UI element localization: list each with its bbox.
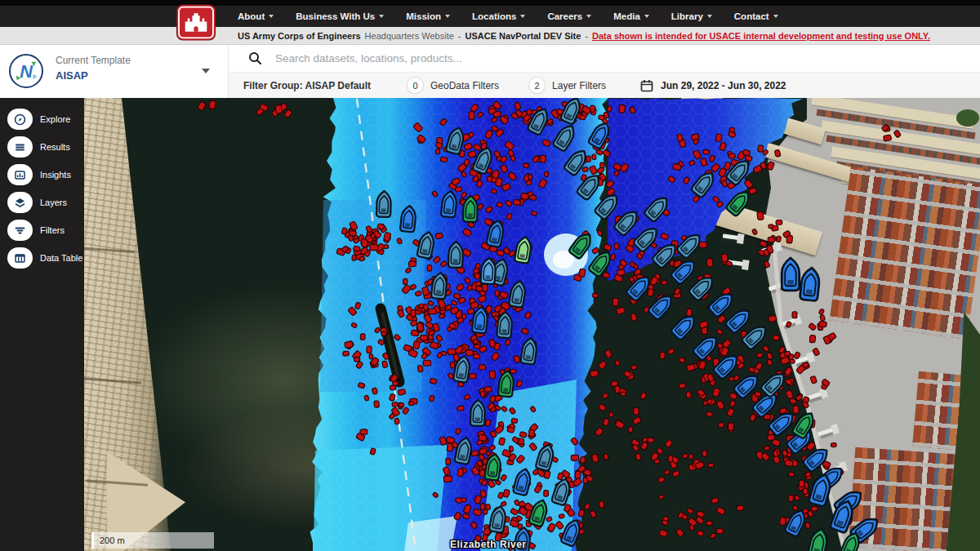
nav-item-careers[interactable]: Careers xyxy=(547,11,591,21)
chevron-down-icon xyxy=(773,15,778,18)
sidebar-label: Explore xyxy=(40,114,70,124)
sidebar-item-filters[interactable]: Filters xyxy=(0,216,84,244)
nav-item-library[interactable]: Library xyxy=(671,11,712,21)
search-icon xyxy=(248,51,262,65)
nav-item-business[interactable]: Business With Us xyxy=(296,11,384,21)
filter-group-label[interactable]: Filter Group: AISAP Default xyxy=(243,80,371,91)
compass-icon xyxy=(7,109,33,130)
vessel-icon xyxy=(670,257,699,285)
banner-warning-link[interactable]: Data shown is intended for USACE interna… xyxy=(592,31,930,41)
usace-castle-logo[interactable] xyxy=(176,4,216,41)
insights-chart-icon xyxy=(7,164,33,185)
sidebar-label: Insights xyxy=(40,170,71,180)
chevron-down-icon xyxy=(644,15,649,18)
sidebar-label: Data Table xyxy=(40,253,82,263)
vessel-icon xyxy=(808,527,830,551)
list-icon xyxy=(7,136,33,158)
nav-item-media[interactable]: Media xyxy=(613,11,649,21)
chevron-down-icon xyxy=(379,15,384,18)
layer-filter-count-badge[interactable]: 2 xyxy=(528,77,546,94)
calendar-icon xyxy=(640,79,653,92)
nav-label: Careers xyxy=(547,11,582,21)
nav-label: Locations xyxy=(472,11,516,21)
sidebar-item-layers[interactable]: Layers xyxy=(0,189,84,216)
filter-icon xyxy=(7,220,33,241)
template-value: AISAP xyxy=(56,69,88,82)
sidebar-item-explore[interactable]: Explore xyxy=(0,105,84,133)
sidebar-item-insights[interactable]: Insights xyxy=(0,161,84,189)
nav-item-about[interactable]: About xyxy=(238,11,274,21)
geodata-filter-count-badge[interactable]: 0 xyxy=(407,77,424,94)
scale-label: 200 m xyxy=(100,535,125,545)
date-range-control[interactable]: Jun 29, 2022 - Jun 30, 2022 xyxy=(640,79,786,92)
search-bar xyxy=(229,45,980,72)
map-canvas[interactable] xyxy=(84,98,980,551)
map-viewport[interactable]: 200 m Elizabeth River xyxy=(84,98,980,551)
nav-item-locations[interactable]: Locations xyxy=(472,11,525,21)
sidebar-item-results[interactable]: Results xyxy=(0,133,84,161)
left-sidebar: Explore Results Insights Layers Filters … xyxy=(0,98,84,551)
top-navbar: About Business With Us Mission Locations… xyxy=(0,0,980,27)
chevron-down-icon[interactable] xyxy=(202,69,210,73)
banner-dev-site: USACE NavPortal DEV Site xyxy=(466,31,581,41)
chevron-down-icon xyxy=(586,15,591,18)
nav-label: Mission xyxy=(406,11,441,21)
vessel-icon xyxy=(725,306,754,334)
sidebar-item-data-table[interactable]: Data Table xyxy=(0,244,84,272)
nav-label: Business With Us xyxy=(296,11,375,21)
banner-site: Headquarters Website xyxy=(365,31,454,41)
search-input[interactable] xyxy=(274,51,865,65)
vessel-icon xyxy=(670,313,698,341)
app-header: N Current Template AISAP Filter Group: A… xyxy=(0,45,980,98)
vessel-icon xyxy=(800,267,821,301)
nav-label: Contact xyxy=(734,11,769,21)
nav-label: Library xyxy=(671,11,703,21)
nav-item-mission[interactable]: Mission xyxy=(406,11,450,21)
geodata-filters-label[interactable]: GeoData Filters xyxy=(430,80,499,91)
nav-item-contact[interactable]: Contact xyxy=(734,11,778,21)
svg-text:N: N xyxy=(20,61,33,82)
navportal-logo: N xyxy=(9,54,43,88)
layer-filters-label[interactable]: Layer Filters xyxy=(552,80,606,91)
banner-org: US Army Corps of Engineers xyxy=(238,31,361,41)
banner-dash: - xyxy=(585,31,588,41)
vessel-icon xyxy=(760,370,789,398)
banner-dash: - xyxy=(458,31,461,41)
river-place-label: Elizabeth River xyxy=(450,539,527,550)
date-range-value: Jun 29, 2022 - Jun 30, 2022 xyxy=(661,80,786,91)
nav-label: About xyxy=(238,11,265,21)
chevron-down-icon xyxy=(445,15,450,18)
filter-bar: Filter Group: AISAP Default 0 GeoData Fi… xyxy=(229,72,980,98)
site-banner: US Army Corps of Engineers Headquarters … xyxy=(0,27,980,45)
vessel-icon xyxy=(693,333,721,361)
sidebar-label: Filters xyxy=(40,225,65,235)
vessel-icon xyxy=(708,290,737,318)
template-label: Current Template xyxy=(56,55,131,66)
template-selector[interactable]: N Current Template AISAP xyxy=(0,45,229,98)
chevron-down-icon xyxy=(269,15,274,18)
sidebar-label: Layers xyxy=(40,198,67,207)
nav-label: Media xyxy=(613,11,640,21)
table-icon xyxy=(7,247,33,269)
chevron-down-icon xyxy=(707,15,712,18)
sidebar-label: Results xyxy=(40,142,70,152)
layers-icon xyxy=(7,192,33,213)
vessel-icon xyxy=(782,258,800,291)
chevron-down-icon xyxy=(520,15,525,18)
map-scale-bar: 200 m xyxy=(91,532,214,549)
